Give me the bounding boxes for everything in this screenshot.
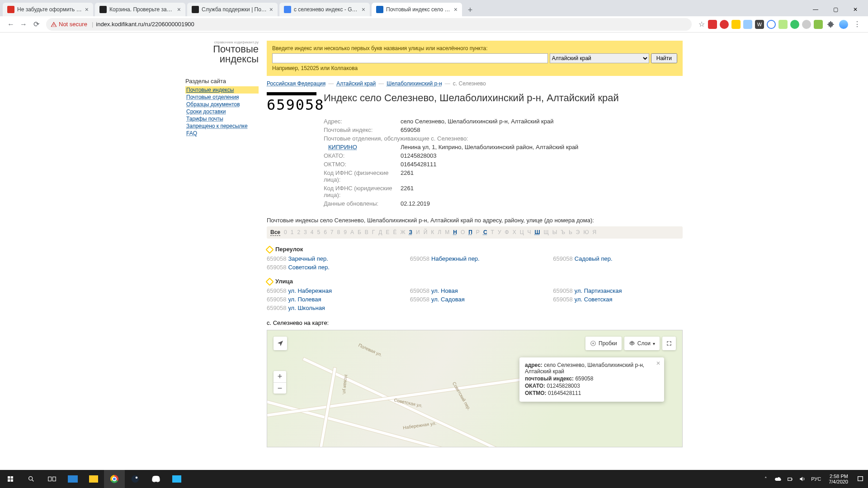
sidebar-item[interactable]: FAQ bbox=[185, 130, 259, 137]
tab-close-icon[interactable]: × bbox=[85, 6, 89, 13]
map-fullscreen-button[interactable] bbox=[662, 337, 676, 350]
search-input[interactable] bbox=[272, 53, 548, 63]
sidebar-item[interactable]: Запрещено к пересылке bbox=[185, 122, 259, 130]
alpha-letter[interactable]: Н bbox=[453, 229, 457, 236]
tab-close-icon[interactable]: × bbox=[362, 6, 365, 13]
street-item[interactable]: 659058ул. Садовая bbox=[410, 296, 540, 303]
tray-cloud-icon[interactable] bbox=[773, 470, 784, 488]
alpha-all[interactable]: Все bbox=[270, 229, 280, 236]
taskbar-discord[interactable] bbox=[146, 470, 166, 488]
extension-icon[interactable] bbox=[802, 20, 811, 29]
extension-icon[interactable] bbox=[708, 20, 717, 29]
sidebar-item[interactable]: Почтовые отделения bbox=[185, 94, 259, 101]
browser-tab[interactable]: Почтовый индекс село Селезне× bbox=[372, 3, 462, 16]
info-block: Адрес:село Селезнево, Шелаболихинский р-… bbox=[324, 117, 683, 208]
map-traffic-button[interactable]: Пробки bbox=[585, 337, 622, 350]
tray-notifications[interactable] bbox=[853, 470, 868, 488]
street-item[interactable]: 659058ул. Школьная bbox=[267, 305, 396, 311]
search-button[interactable]: Найти bbox=[651, 53, 677, 63]
extension-icon[interactable] bbox=[743, 20, 752, 29]
site-logo[interactable]: справочник кодификант.ру Почтовые индекс… bbox=[185, 41, 259, 64]
alpha-letter[interactable]: П bbox=[468, 229, 472, 236]
browser-tab[interactable]: с селезнево индекс - Google Se× bbox=[279, 3, 370, 16]
sidebar-item[interactable]: Почтовые индексы bbox=[185, 86, 259, 94]
map-layers-button[interactable]: Слои ▾ bbox=[624, 337, 660, 350]
window-minimize[interactable]: — bbox=[806, 3, 826, 16]
alpha-letter-disabled: 4 bbox=[311, 229, 314, 236]
map-zoom-out[interactable]: − bbox=[274, 382, 286, 394]
street-item[interactable]: 659058ул. Набережная bbox=[267, 287, 396, 294]
chrome-menu[interactable]: ⋮ bbox=[851, 18, 863, 31]
street-item[interactable]: 659058ул. Полевая bbox=[267, 296, 396, 303]
extensions-menu-icon[interactable] bbox=[826, 18, 836, 31]
sidebar-item[interactable]: Тарифы почты bbox=[185, 115, 259, 122]
address-bar[interactable]: Not secure | index.kodifikant.ru/ru/2206… bbox=[46, 18, 692, 31]
tray-language[interactable]: РУС bbox=[808, 470, 824, 488]
street-item[interactable]: 659058ул. Партизанская bbox=[553, 287, 683, 294]
start-button[interactable] bbox=[0, 470, 21, 488]
alpha-letter-disabled: В bbox=[365, 229, 368, 236]
tray-clock[interactable]: 2:58 PM 7/4/2020 bbox=[824, 474, 853, 484]
street-item[interactable]: 659058ул. Новая bbox=[410, 287, 540, 294]
extension-icon[interactable] bbox=[731, 20, 741, 29]
reload-button[interactable]: ⟳ bbox=[30, 18, 42, 31]
street-item[interactable]: 659058Садовый пер. bbox=[553, 255, 683, 262]
extension-icon[interactable] bbox=[778, 20, 788, 29]
street-item[interactable]: 659058ул. Советская bbox=[553, 296, 683, 303]
tab-close-icon[interactable]: × bbox=[269, 6, 273, 13]
extension-icon[interactable] bbox=[720, 20, 729, 29]
info-key: Данные обновлены: bbox=[324, 200, 401, 207]
tray-volume-icon[interactable] bbox=[796, 470, 808, 488]
map-label: с. Селезнево на карте: bbox=[267, 319, 683, 326]
post-office-link[interactable]: КИПРИНО bbox=[328, 144, 357, 150]
map-zoom-in[interactable]: + bbox=[274, 371, 286, 382]
search-button[interactable] bbox=[21, 470, 42, 488]
extension-icon[interactable] bbox=[814, 20, 823, 29]
taskbar-explorer[interactable] bbox=[83, 470, 104, 488]
browser-tab[interactable]: Не забудьте оформить заказ - c× bbox=[3, 3, 93, 16]
alpha-letter[interactable]: С bbox=[483, 229, 487, 236]
bookmark-star[interactable]: ☆ bbox=[695, 18, 708, 31]
alpha-letter-disabled: Т bbox=[491, 229, 494, 236]
street-item[interactable]: 659058Советский пер. bbox=[267, 264, 396, 271]
map-locate-button[interactable] bbox=[274, 337, 287, 350]
tray-network-icon[interactable] bbox=[784, 470, 796, 488]
sidebar-item[interactable]: Образцы документов bbox=[185, 101, 259, 108]
taskbar-app[interactable] bbox=[166, 470, 187, 488]
map[interactable]: Полевая ул. Новая ул. Советская ул. Сове… bbox=[267, 330, 683, 447]
alpha-letter-disabled: Л bbox=[438, 229, 441, 236]
security-badge[interactable]: Not secure bbox=[51, 21, 87, 28]
svg-point-6 bbox=[136, 477, 138, 479]
new-tab-button[interactable]: + bbox=[464, 4, 476, 16]
profile-avatar[interactable] bbox=[839, 20, 848, 29]
task-view[interactable] bbox=[42, 470, 62, 488]
region-select[interactable]: Алтайский край bbox=[550, 53, 649, 63]
taskbar-steam[interactable] bbox=[125, 470, 146, 488]
taskbar-chrome[interactable] bbox=[104, 470, 125, 488]
extension-icon[interactable] bbox=[767, 20, 776, 29]
window-close[interactable]: ✕ bbox=[845, 3, 865, 16]
alpha-letter[interactable]: Ш bbox=[535, 229, 540, 236]
breadcrumb-link[interactable]: Алтайский край bbox=[336, 80, 376, 87]
street-item[interactable]: 659058Набережный пер. bbox=[410, 255, 540, 262]
tab-close-icon[interactable]: × bbox=[454, 6, 458, 13]
forward-button[interactable]: → bbox=[17, 18, 30, 31]
window-maximize[interactable]: ▢ bbox=[826, 3, 845, 16]
taskbar-app[interactable] bbox=[62, 470, 83, 488]
browser-tab[interactable]: Корзина. Проверьте заказ. Инт× bbox=[95, 3, 185, 16]
extension-icon[interactable] bbox=[790, 20, 799, 29]
back-button[interactable]: ← bbox=[5, 18, 17, 31]
breadcrumb-link[interactable]: Шелаболихинский р-н bbox=[387, 80, 442, 87]
street-item[interactable]: 659058Заречный пер. bbox=[267, 255, 396, 262]
info-key: Код ИФНС (физические лица): bbox=[324, 169, 401, 183]
extension-icon[interactable]: W bbox=[755, 20, 764, 29]
alpha-letter[interactable]: З bbox=[409, 229, 413, 236]
svg-rect-3 bbox=[48, 477, 52, 481]
popup-close-icon[interactable]: ✕ bbox=[656, 360, 660, 366]
browser-tab[interactable]: Служба поддержки | Поддерж× bbox=[187, 3, 278, 16]
tab-close-icon[interactable]: × bbox=[177, 6, 181, 13]
sidebar-item[interactable]: Сроки доставки bbox=[185, 108, 259, 115]
tray-chevron[interactable]: ˄ bbox=[759, 470, 773, 488]
breadcrumb-link[interactable]: Российская Федерация bbox=[267, 80, 326, 87]
search-label: Введите индекс или несколько первых букв… bbox=[272, 45, 488, 52]
